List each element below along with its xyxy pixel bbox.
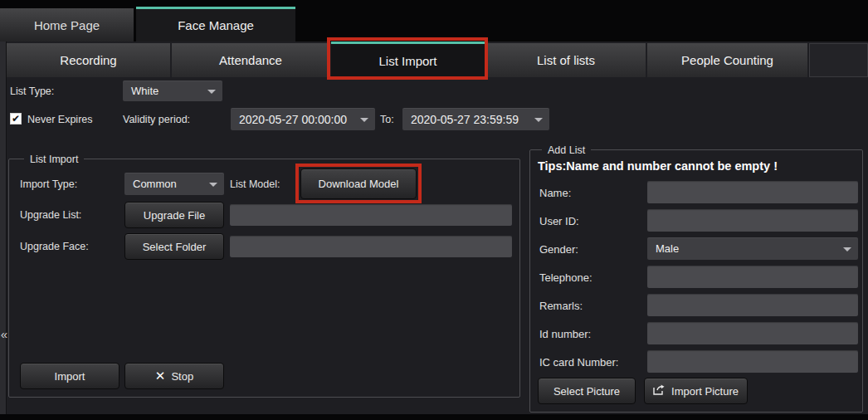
tab-attendance-label: Attendance [219, 53, 282, 67]
select-folder-label: Select Folder [143, 241, 207, 253]
tab-face-manage-label: Face Manage [178, 18, 254, 32]
list-model-label: List Model: [230, 178, 280, 191]
export-picture-icon [653, 384, 666, 398]
upgrade-file-label: Upgrade File [144, 209, 205, 222]
tab-list-import[interactable]: List Import [331, 42, 485, 77]
chevron-down-icon [534, 118, 543, 122]
list-type-label: List Type: [10, 85, 54, 98]
list-import-groupbox: List Import [8, 159, 520, 398]
import-type-value: Common [133, 178, 177, 190]
validity-from-dropdown[interactable]: 2020-05-27 00:00:00 [231, 108, 375, 130]
remarks-label: Remarls: [539, 300, 583, 312]
tab-people-counting[interactable]: People Counting [647, 43, 807, 77]
tab-list-of-lists-label: List of lists [537, 53, 595, 67]
validity-to-value: 2020-05-27 23:59:59 [411, 113, 519, 126]
upgrade-face-label: Upgrade Face: [20, 241, 89, 253]
tab-list-of-lists[interactable]: List of lists [486, 43, 646, 77]
id-number-label: Id number: [539, 328, 591, 340]
never-expires-label: Never Expires [27, 114, 93, 126]
to-label: To: [380, 114, 394, 126]
import-type-dropdown[interactable]: Common [124, 173, 224, 195]
add-list-legend: Add List [542, 144, 591, 157]
gender-value: Male [656, 242, 679, 255]
download-model-button[interactable]: Download Model [300, 168, 417, 199]
add-list-tips: Tips:Name and number cannot be empty ! [538, 159, 778, 173]
left-panel-strip [0, 42, 7, 420]
tab-home-page[interactable]: Home Page [0, 8, 134, 42]
chevron-down-icon [360, 118, 368, 122]
chevron-down-icon [207, 90, 216, 94]
tab-bar-remainder [809, 43, 868, 77]
gender-label: Gender: [539, 243, 578, 256]
select-folder-button[interactable]: Select Folder [124, 233, 224, 260]
import-type-label: Import Type: [20, 178, 77, 191]
list-type-dropdown[interactable]: White [123, 81, 222, 101]
import-picture-label: Import Picture [671, 385, 739, 398]
id-number-input[interactable] [647, 322, 858, 344]
user-id-input[interactable] [647, 209, 858, 232]
upgrade-list-input[interactable] [230, 204, 512, 226]
tab-attendance[interactable]: Attendance [172, 43, 329, 77]
stop-button[interactable]: ✕ Stop [124, 363, 224, 389]
select-picture-label: Select Picture [553, 385, 620, 398]
ic-card-number-input[interactable] [647, 350, 858, 373]
window-bottom-edge [0, 414, 868, 420]
user-id-label: User ID: [539, 215, 579, 227]
validity-period-label: Validity period: [123, 114, 190, 126]
tab-list-import-label: List Import [378, 54, 436, 68]
gender-dropdown[interactable]: Male [647, 237, 858, 260]
list-type-value: White [131, 85, 158, 97]
stop-x-icon: ✕ [155, 369, 166, 383]
remarks-input[interactable] [647, 294, 858, 316]
validity-from-value: 2020-05-27 00:00:00 [239, 113, 347, 126]
select-picture-button[interactable]: Select Picture [538, 378, 636, 404]
chevron-down-icon [843, 247, 851, 252]
upgrade-list-label: Upgrade List: [20, 209, 81, 222]
never-expires-checkbox[interactable]: ✔ [10, 113, 22, 125]
ic-card-number-label: IC card Number: [539, 356, 618, 369]
name-input[interactable] [647, 181, 858, 203]
tab-recording-label: Recording [60, 53, 116, 67]
telephone-label: Telephone: [539, 271, 592, 284]
stop-label: Stop [171, 370, 193, 383]
face-manage-window: Home Page Face Manage Recording Attendan… [0, 0, 868, 420]
tab-people-counting-label: People Counting [681, 53, 773, 67]
list-import-legend: List Import [24, 153, 84, 166]
upgrade-file-button[interactable]: Upgrade File [124, 202, 224, 228]
import-button[interactable]: Import [20, 363, 119, 389]
tab-recording[interactable]: Recording [7, 43, 170, 77]
import-picture-button[interactable]: Import Picture [644, 378, 748, 404]
checkmark-icon: ✔ [12, 113, 20, 125]
tab-face-manage[interactable]: Face Manage [136, 7, 295, 42]
telephone-input[interactable] [647, 266, 858, 288]
chevron-down-icon [209, 183, 217, 187]
name-label: Name: [539, 187, 571, 199]
import-label: Import [55, 370, 85, 383]
validity-to-dropdown[interactable]: 2020-05-27 23:59:59 [402, 108, 549, 130]
upgrade-face-input[interactable] [230, 236, 512, 257]
download-model-label: Download Model [319, 178, 399, 190]
tab-home-page-label: Home Page [34, 18, 100, 32]
